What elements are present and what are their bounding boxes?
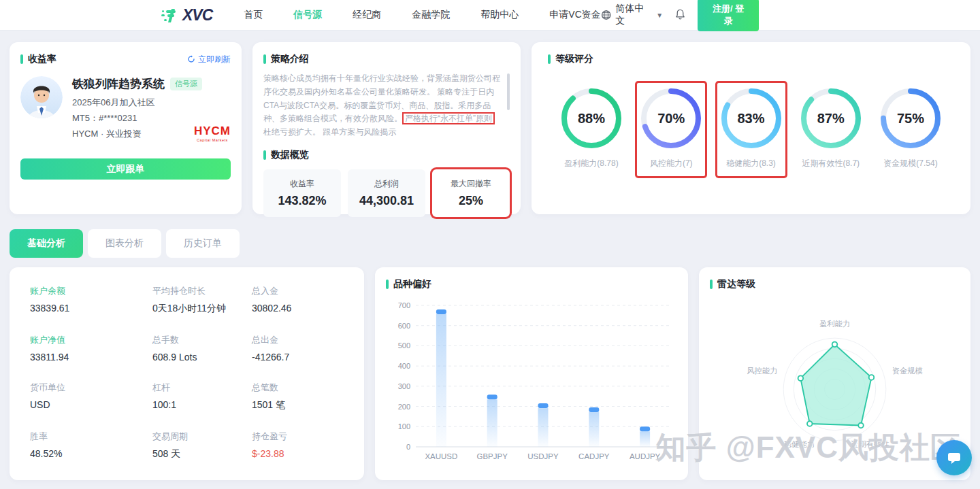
account-grid: 账户余额33839.61 平均持仓时长0天18小时11分钟 总入金30802.4… <box>30 285 350 460</box>
strategy-card: 策略介绍 策略核心成员均拥有十年量化行业实战经验，背景涵盖期货公司程序化交易及国… <box>252 42 521 214</box>
scrollbar-thumb[interactable] <box>507 73 510 110</box>
refresh-link[interactable]: 立即刷新 <box>187 54 231 65</box>
nav-item-apply-funds[interactable]: 申请VC资金 <box>549 9 600 21</box>
title-accent-bar <box>20 54 23 64</box>
refresh-label: 立即刷新 <box>198 54 231 65</box>
stat-label: 收益率 <box>290 178 314 190</box>
nav-item-help[interactable]: 帮助中心 <box>480 9 519 21</box>
main-nav: 首页 信号源 经纪商 金融学院 帮助中心 申请VC资金 <box>244 9 600 21</box>
svg-text:700: 700 <box>398 301 410 309</box>
score-label: 资金规模(7.54) <box>883 158 937 169</box>
symbol-preference-bar-chart: 0100200300400500600700XAUUSDGBPJPYUSDJPY… <box>386 294 677 475</box>
rating-profit-ability: 88% 盈利能力(8.78) <box>557 83 625 176</box>
avatar <box>20 76 63 118</box>
tab-history-orders[interactable]: 历史订单 <box>166 229 240 258</box>
score-percent: 88% <box>560 87 623 150</box>
score-label: 稳健能力(8.3) <box>726 158 776 169</box>
analysis-tabs: 基础分析 图表分析 历史订单 <box>10 229 970 258</box>
radar-rating-card: 雷达等级 盈利能力资金规模近期有效性稳健能力风控能力 <box>699 267 970 480</box>
tab-basic-analysis[interactable]: 基础分析 <box>10 229 83 258</box>
broker-name: HYCM · 兴业投资 <box>72 128 142 144</box>
score-ring: 88% <box>560 87 623 150</box>
top-navigation-bar: XVC 首页 信号源 经纪商 金融学院 帮助中心 申请VC资金 简体中文 ▼ 注… <box>0 0 980 30</box>
title-accent-bar <box>263 54 266 64</box>
strategy-intro-text: 策略核心成员均拥有十年量化行业实战经验，背景涵盖期货公司程序化交易及国内外知名基… <box>263 72 503 139</box>
cell-avg-holding-time: 平均持仓时长0天18小时11分钟 <box>152 285 252 315</box>
follow-now-button[interactable]: 立即跟单 <box>20 158 231 180</box>
title-accent-bar <box>710 280 713 289</box>
notification-bell-icon[interactable] <box>675 9 685 22</box>
score-percent: 83% <box>720 87 783 150</box>
stat-value: 44,300.81 <box>359 194 414 208</box>
stat-box-max-drawdown: 最大回撤率 25% <box>432 169 510 217</box>
stat-value: 143.82% <box>278 194 326 208</box>
cell-trading-period: 交易周期508 天 <box>152 431 252 460</box>
joined-date: 2025年06月加入社区 <box>72 97 231 109</box>
data-overview-title: 数据概览 <box>271 149 309 161</box>
cell-win-rate: 胜率48.52% <box>30 431 152 460</box>
score-label: 近期有效性(8.7) <box>802 158 860 169</box>
score-label: 风控能力(7) <box>650 158 693 169</box>
score-percent: 70% <box>640 87 702 150</box>
score-label: 盈利能力(8.78) <box>564 158 618 169</box>
strategy-card-title: 策略介绍 <box>271 53 309 65</box>
refresh-icon <box>187 55 195 63</box>
svg-text:资金规模: 资金规模 <box>892 367 923 375</box>
rating-circles: 88% 盈利能力(8.78) 70% 风控能力(7) 83% 稳健能力(8.3)… <box>548 83 954 176</box>
svg-text:XAUUSD: XAUUSD <box>425 452 457 460</box>
profit-card: 收益率 立即刷新 <box>10 42 242 214</box>
stat-label: 总利润 <box>374 178 399 190</box>
cell-total-trades: 总笔数1501 笔 <box>252 382 350 411</box>
score-ring: 83% <box>720 87 783 150</box>
score-percent: 87% <box>800 87 862 150</box>
cell-total-lots: 总手数608.9 Lots <box>152 334 252 362</box>
register-login-button[interactable]: 注册/ 登录 <box>698 0 759 31</box>
title-accent-bar <box>263 150 266 160</box>
signal-source-badge: 信号源 <box>170 78 202 90</box>
page-content: 收益率 立即刷新 <box>0 30 980 480</box>
account-details-card: 账户余额33839.61 平均持仓时长0天18小时11分钟 总入金30802.4… <box>10 267 364 480</box>
annotation-box-principle: 严格执行“永不扛单”原则 <box>402 112 495 124</box>
nav-item-home[interactable]: 首页 <box>244 9 263 21</box>
fxvc-logo-icon <box>161 6 181 24</box>
stat-value: 25% <box>459 194 483 208</box>
language-selector[interactable]: 简体中文 ▼ <box>601 3 664 27</box>
svg-text:GBPJPY: GBPJPY <box>477 452 508 460</box>
account-number: MT5：#****0231 <box>72 112 231 124</box>
rating-risk-control: 70% 风控能力(7) <box>637 83 705 176</box>
logo-text: XVC <box>182 6 212 24</box>
svg-text:200: 200 <box>398 403 410 411</box>
cell-currency: 货币单位USD <box>30 382 152 411</box>
nav-item-academy[interactable]: 金融学院 <box>412 9 450 21</box>
svg-text:0: 0 <box>406 443 410 451</box>
svg-text:USDJPY: USDJPY <box>527 452 559 460</box>
svg-text:600: 600 <box>398 322 410 330</box>
nav-item-signals[interactable]: 信号源 <box>293 9 322 21</box>
tab-chart-analysis[interactable]: 图表分析 <box>88 229 161 258</box>
fxvc-logo[interactable]: XVC <box>161 6 212 24</box>
svg-text:500: 500 <box>398 341 410 350</box>
bar-chart-title: 品种偏好 <box>393 278 431 290</box>
rating-fund-scale: 75% 资金规模(7.54) <box>877 83 945 176</box>
svg-text:300: 300 <box>398 382 410 390</box>
customer-service-chat-button[interactable] <box>936 440 972 475</box>
svg-text:400: 400 <box>398 362 410 370</box>
cell-total-deposit: 总入金30802.46 <box>252 285 350 315</box>
hycm-logo-text: HYCM <box>194 124 231 138</box>
cell-total-withdrawal: 总出金-41266.7 <box>252 334 350 362</box>
cell-leverage: 杠杆100:1 <box>152 382 252 411</box>
svg-text:近期有效性: 近期有效性 <box>851 440 889 448</box>
svg-text:盈利能力: 盈利能力 <box>819 320 850 328</box>
stat-label: 最大回撤率 <box>451 178 491 190</box>
score-percent: 75% <box>879 87 942 150</box>
intro-text-after: 杜绝亏损扩大。 跟单方案与风险揭示 <box>263 127 396 137</box>
score-ring: 70% <box>640 87 702 150</box>
symbol-preference-card: 品种偏好 0100200300400500600700XAUUSDGBPJPYU… <box>375 267 688 480</box>
hycm-logo-subtext: Capital Markets <box>194 138 231 142</box>
strategy-name: 铁狼列阵趋势系统 <box>72 76 165 92</box>
nav-item-brokers[interactable]: 经纪商 <box>353 9 381 21</box>
rating-stability: 83% 稳健能力(8.3) <box>717 83 785 176</box>
svg-text:CADJPY: CADJPY <box>578 452 610 460</box>
language-label: 简体中文 <box>615 3 652 27</box>
stat-box-return-rate: 收益率 143.82% <box>263 169 341 217</box>
